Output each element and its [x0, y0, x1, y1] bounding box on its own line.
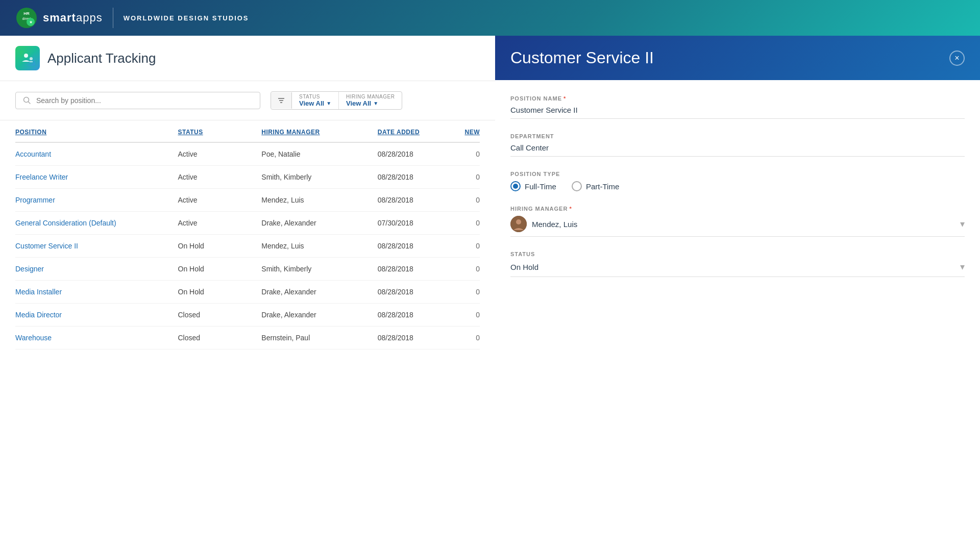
position-name-cell[interactable]: Programmer	[15, 189, 178, 212]
manager-cell: Mendez, Luis	[261, 235, 378, 258]
table-row: Media Director Closed Drake, Alexander 0…	[15, 304, 480, 327]
manager-cell: Mendez, Luis	[261, 189, 378, 212]
position-name-cell[interactable]: General Consideration (Default)	[15, 212, 178, 235]
position-name-cell[interactable]: Media Installer	[15, 281, 178, 304]
svg-text:HR: HR	[23, 11, 30, 16]
position-name-field: POSITION NAME * Customer Service II	[510, 95, 965, 119]
date-cell: 08/28/2018	[378, 304, 457, 327]
table-row: Designer On Hold Smith, Kimberly 08/28/2…	[15, 258, 480, 281]
hiring-manager-filter-label: HIRING MANAGER	[346, 94, 395, 99]
position-name-cell[interactable]: Media Director	[15, 304, 178, 327]
position-name-cell[interactable]: Customer Service II	[15, 235, 178, 258]
position-name-cell[interactable]: Warehouse	[15, 327, 178, 349]
search-input[interactable]	[36, 96, 253, 105]
table-row: Customer Service II On Hold Mendez, Luis…	[15, 235, 480, 258]
search-box[interactable]	[15, 92, 260, 109]
table-row: Programmer Active Mendez, Luis 08/28/201…	[15, 189, 480, 212]
new-count-cell: 0	[456, 189, 480, 212]
panel-body: POSITION NAME * Customer Service II DEPA…	[495, 80, 980, 551]
filter-icon	[277, 96, 285, 105]
date-cell: 08/28/2018	[378, 166, 457, 189]
status-dropdown[interactable]: On Hold ▾	[510, 261, 965, 277]
status-label: STATUS	[510, 251, 965, 257]
svg-point-14	[516, 219, 521, 224]
manager-cell: Poe, Natalie	[261, 142, 378, 166]
manager-cell: Drake, Alexander	[261, 304, 378, 327]
positions-table: POSITION STATUS HIRING MANAGER DATE ADDE…	[15, 120, 480, 349]
hiring-manager-name: Mendez, Luis	[532, 220, 577, 229]
position-name-required: *	[564, 95, 566, 102]
hiring-manager-dropdown-value: Mendez, Luis	[510, 216, 577, 232]
status-dropdown-value: On Hold	[510, 263, 538, 271]
new-count-cell: 0	[456, 327, 480, 349]
panel-close-button[interactable]: ×	[949, 51, 965, 66]
col-header-new[interactable]: NEW	[456, 120, 480, 142]
header-divider	[113, 8, 113, 28]
logo-text: smartapps	[43, 11, 103, 24]
col-header-status[interactable]: STATUS	[178, 120, 262, 142]
status-caret-icon: ▼	[326, 101, 331, 106]
position-name-label: POSITION NAME *	[510, 95, 965, 102]
hiring-manager-filter[interactable]: HIRING MANAGER View All ▼	[339, 92, 402, 109]
status-cell: Active	[178, 142, 262, 166]
date-cell: 08/28/2018	[378, 235, 457, 258]
col-header-date-added[interactable]: DATE ADDED	[378, 120, 457, 142]
date-cell: 08/28/2018	[378, 189, 457, 212]
status-field: STATUS On Hold ▾	[510, 251, 965, 277]
position-name-cell[interactable]: Accountant	[15, 142, 178, 166]
table-row: General Consideration (Default) Active D…	[15, 212, 480, 235]
manager-cell: Bernstein, Paul	[261, 327, 378, 349]
date-cell: 08/28/2018	[378, 258, 457, 281]
hiring-manager-caret-icon: ▼	[373, 101, 378, 106]
hrdirect-logo-icon: HR direct ★	[15, 7, 38, 29]
filter-icon-area	[271, 92, 292, 109]
col-header-position[interactable]: POSITION	[15, 120, 178, 142]
status-cell: On Hold	[178, 235, 262, 258]
position-name-cell[interactable]: Freelance Writer	[15, 166, 178, 189]
content-area: Applicant Tracking	[0, 36, 495, 551]
manager-cell: Drake, Alexander	[261, 212, 378, 235]
full-time-option[interactable]: Full-Time	[510, 181, 556, 191]
status-cell: Closed	[178, 304, 262, 327]
date-cell: 08/28/2018	[378, 142, 457, 166]
filter-group: STATUS View All ▼ HIRING MANAGER View Al…	[271, 91, 402, 110]
part-time-radio[interactable]	[572, 181, 582, 191]
status-cell: On Hold	[178, 258, 262, 281]
position-name-value: Customer Service II	[510, 106, 965, 119]
full-time-radio[interactable]	[510, 181, 521, 191]
date-cell: 08/28/2018	[378, 281, 457, 304]
svg-text:★: ★	[29, 20, 33, 24]
table-row: Accountant Active Poe, Natalie 08/28/201…	[15, 142, 480, 166]
hiring-manager-dropdown-arrow-icon: ▾	[960, 218, 965, 230]
status-cell: Active	[178, 166, 262, 189]
position-type-field: POSITION TYPE Full-Time Part-Time	[510, 171, 965, 191]
position-type-radio-group: Full-Time Part-Time	[510, 181, 965, 191]
position-name-cell[interactable]: Designer	[15, 258, 178, 281]
table-row: Freelance Writer Active Smith, Kimberly …	[15, 166, 480, 189]
table-row: Warehouse Closed Bernstein, Paul 08/28/2…	[15, 327, 480, 349]
status-filter-value: View All ▼	[299, 99, 331, 107]
hiring-manager-dropdown[interactable]: Mendez, Luis ▾	[510, 216, 965, 237]
col-header-hiring-manager[interactable]: HIRING MANAGER	[261, 120, 378, 142]
hiring-manager-filter-value: View All ▼	[346, 99, 395, 107]
app-header: HR direct ★ smartapps WORLDWIDE DESIGN S…	[0, 0, 980, 36]
date-cell: 07/30/2018	[378, 212, 457, 235]
svg-line-9	[29, 102, 31, 104]
table-row: Media Installer On Hold Drake, Alexander…	[15, 281, 480, 304]
applicant-tracking-icon	[15, 46, 40, 70]
new-count-cell: 0	[456, 258, 480, 281]
part-time-option[interactable]: Part-Time	[572, 181, 619, 191]
new-count-cell: 0	[456, 304, 480, 327]
manager-cell: Smith, Kimberly	[261, 166, 378, 189]
new-count-cell: 0	[456, 142, 480, 166]
detail-panel: Customer Service II × POSITION NAME * Cu…	[495, 36, 980, 551]
status-cell: Closed	[178, 327, 262, 349]
new-count-cell: 0	[456, 281, 480, 304]
full-time-label: Full-Time	[525, 182, 556, 191]
manager-cell: Drake, Alexander	[261, 281, 378, 304]
manager-cell: Smith, Kimberly	[261, 258, 378, 281]
status-filter[interactable]: STATUS View All ▼	[292, 92, 339, 109]
status-dropdown-arrow-icon: ▾	[960, 261, 965, 272]
main-layout: Applicant Tracking	[0, 36, 980, 551]
logo-area: HR direct ★ smartapps	[15, 7, 103, 29]
